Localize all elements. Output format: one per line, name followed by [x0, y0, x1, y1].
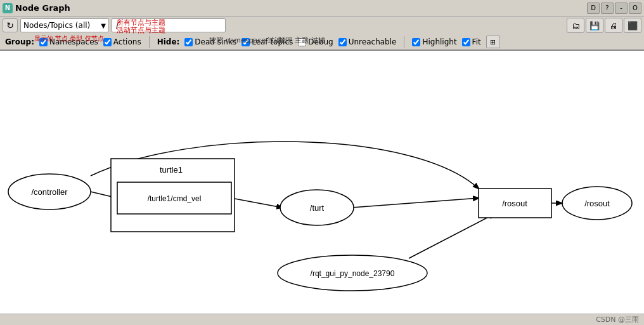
- fit-button[interactable]: ⊞: [486, 36, 500, 48]
- open-button[interactable]: 🗂: [567, 18, 584, 33]
- titlebar-buttons: D ? - O: [587, 3, 641, 14]
- filter-input[interactable]: /: [112, 18, 226, 32]
- unreachable-label: Unreachable: [349, 37, 397, 46]
- separator2: [404, 36, 404, 48]
- debug-label: Debug: [308, 37, 333, 46]
- svg-text:/controller: /controller: [31, 187, 68, 197]
- export-button[interactable]: 🖨: [605, 18, 622, 33]
- window-title: Node Graph: [15, 3, 587, 13]
- refresh-button[interactable]: ↻: [3, 18, 18, 32]
- toolbar-right-buttons: 🗂 💾 🖨 ⬛: [567, 18, 641, 33]
- hide-label: Hide:: [157, 37, 180, 46]
- dead-sinks-checkbox[interactable]: [184, 38, 193, 46]
- main-container: N Node Graph D ? - O ↻ Nodes/Topics (all…: [0, 0, 644, 325]
- leaf-topics-label: Leaf topics: [252, 37, 293, 46]
- svg-text:/rqt_gui_py_node_23790: /rqt_gui_py_node_23790: [311, 269, 395, 278]
- combo-value: Nodes/Topics (all): [23, 21, 90, 30]
- actions-checkbox[interactable]: [103, 38, 112, 46]
- fit-checkbox-item[interactable]: Fit: [462, 37, 481, 46]
- actions-label: Actions: [113, 37, 141, 46]
- save-button[interactable]: 💾: [586, 18, 603, 33]
- leaf-topics-checkbox[interactable]: [242, 38, 250, 46]
- footer-text: CSDN @三雨: [596, 315, 639, 324]
- close-btn[interactable]: O: [629, 3, 641, 14]
- svg-text:/turtle1/cmd_vel: /turtle1/cmd_vel: [148, 194, 202, 203]
- unreachable-checkbox-item[interactable]: Unreachable: [338, 37, 397, 46]
- svg-text:/rosout: /rosout: [502, 199, 527, 208]
- unreachable-checkbox[interactable]: [338, 38, 347, 46]
- toolbar1: ↻ Nodes/Topics (all) ▼ 所有节点与主题 活动节点与主题 显…: [0, 17, 644, 34]
- namespaces-checkbox-item[interactable]: Namespaces: [39, 37, 98, 46]
- toolbar2: Group: Namespaces Actions Hide: Dead sin…: [0, 34, 644, 51]
- highlight-checkbox-item[interactable]: Highlight: [412, 37, 456, 46]
- leaf-topics-checkbox-item[interactable]: Leaf topics: [242, 37, 293, 46]
- graph-svg: /controller turtle1 /turtle1/cmd_vel /tu…: [0, 51, 644, 314]
- svg-text:/turt: /turt: [310, 203, 325, 213]
- question-btn[interactable]: ?: [601, 3, 614, 14]
- titlebar: N Node Graph D ? - O: [0, 0, 644, 17]
- minimize-btn[interactable]: -: [615, 3, 628, 14]
- svg-text:turtle1: turtle1: [160, 165, 183, 175]
- dead-sinks-checkbox-item[interactable]: Dead sinks: [184, 37, 236, 46]
- debug-checkbox[interactable]: [298, 38, 306, 46]
- nodes-topics-combo[interactable]: Nodes/Topics (all) ▼: [20, 18, 109, 32]
- separator1: [149, 36, 150, 48]
- fit-label: Fit: [472, 37, 481, 46]
- highlight-label: Highlight: [422, 37, 456, 46]
- actions-checkbox-item[interactable]: Actions: [103, 37, 141, 46]
- graph-area[interactable]: /controller turtle1 /turtle1/cmd_vel /tu…: [0, 51, 644, 314]
- group-label: Group:: [5, 37, 34, 46]
- svg-text:/rosout: /rosout: [584, 199, 610, 208]
- app-icon: N: [3, 3, 13, 13]
- combo-arrow-icon: ▼: [101, 22, 106, 29]
- fit-checkbox[interactable]: [462, 38, 470, 46]
- help-btn[interactable]: D: [587, 3, 600, 14]
- filter-value: /: [116, 21, 119, 30]
- debug-checkbox-item[interactable]: Debug: [298, 37, 333, 46]
- namespaces-checkbox[interactable]: [39, 38, 48, 46]
- namespaces-label: Namespaces: [49, 37, 98, 46]
- display-button[interactable]: ⬛: [624, 18, 641, 33]
- dead-sinks-label: Dead sinks: [195, 37, 236, 46]
- footer: CSDN @三雨: [0, 314, 644, 325]
- highlight-checkbox[interactable]: [412, 38, 420, 46]
